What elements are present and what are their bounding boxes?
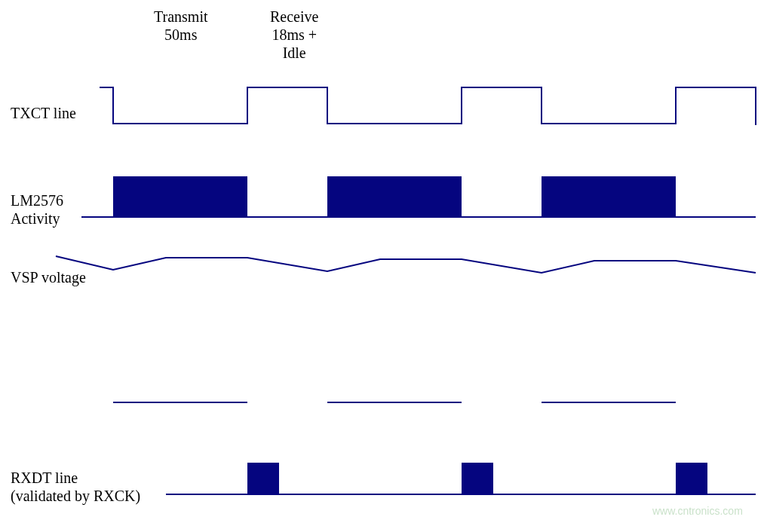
- txct-waveform: [100, 87, 756, 125]
- vsp-waveform: [56, 256, 756, 273]
- svg-rect-9: [462, 463, 493, 494]
- svg-rect-3: [542, 176, 676, 217]
- lm2576-waveform: [81, 176, 756, 217]
- timing-diagram-svg: [0, 0, 764, 532]
- svg-rect-10: [676, 463, 707, 494]
- svg-rect-1: [113, 176, 247, 217]
- svg-rect-2: [327, 176, 462, 217]
- rxdt-waveform: [166, 463, 756, 494]
- svg-rect-8: [247, 463, 279, 494]
